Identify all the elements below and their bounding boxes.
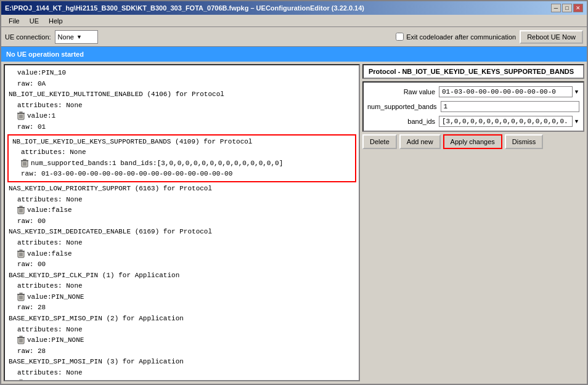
delete-button[interactable]: Delete — [362, 134, 397, 149]
status-message: No UE operation started — [6, 51, 84, 58]
list-item: NB_IOT_UE_KEYID_UE_KEYS_SUPPORTED_BANDS … — [10, 137, 354, 148]
list-item: NB_IOT_UE_KEYID_MULTITONE_ENABLED (4106)… — [6, 89, 357, 100]
trash-icon — [17, 111, 25, 120]
connection-value: None — [58, 33, 74, 41]
trash-icon — [17, 293, 25, 301]
list-item: raw: 28 — [6, 302, 357, 314]
list-item: attributes: None — [6, 238, 357, 249]
chevron-down-icon: ▼ — [574, 118, 579, 124]
svg-rect-26 — [20, 293, 22, 294]
list-item: raw: 01 — [6, 122, 357, 133]
connection-select[interactable]: None ▼ — [55, 30, 98, 44]
list-item: value:PIN_NONE — [6, 379, 357, 381]
list-item: num_supported_bands:1 band_ids:[3,0,0,0,… — [10, 158, 354, 169]
highlighted-section: NB_IOT_UE_KEYID_UE_KEYS_SUPPORTED_BANDS … — [7, 134, 356, 182]
minimize-button[interactable]: ─ — [551, 4, 561, 12]
menu-ue[interactable]: UE — [25, 16, 44, 26]
close-button[interactable]: ✕ — [573, 4, 583, 12]
list-item: attributes: None — [6, 100, 357, 111]
chevron-down-icon: ▼ — [574, 89, 579, 95]
add-new-button[interactable]: Add new — [399, 134, 441, 149]
trash-icon — [17, 206, 25, 214]
window-title: E:\PROJ_1\44_KT_hg\Hi2115_B300_SDK\KT_B3… — [5, 4, 364, 12]
trash-icon — [21, 159, 28, 168]
list-item: raw: 0A — [6, 79, 357, 90]
exit-codeloader-checkbox[interactable] — [396, 33, 404, 41]
band-ids-row: band_ids ▼ — [367, 116, 579, 127]
num-supported-bands-row: num_supported_bands — [367, 101, 579, 112]
svg-rect-32 — [20, 336, 22, 337]
menu-bar: File UE Help — [1, 15, 587, 27]
band-ids-input[interactable] — [439, 116, 573, 127]
main-window: E:\PROJ_1\44_KT_hg\Hi2115_B300_SDK\KT_B3… — [0, 0, 588, 385]
list-item: attributes: None — [6, 325, 357, 336]
menu-file[interactable]: File — [4, 16, 25, 26]
list-item: raw: 01-03-00-00-00-00-00-00-00-00-00-00… — [10, 169, 354, 180]
list-item: raw: 28 — [6, 346, 357, 357]
tree-list: value:PIN_10 raw: 0A NB_IOT_UE_KEYID_MUL… — [5, 65, 359, 381]
apply-changes-button[interactable]: Apply changes — [443, 134, 502, 149]
list-item: value:PIN_10 — [6, 68, 357, 79]
title-bar-buttons: ─ □ ✕ — [551, 4, 583, 12]
exit-codeloader-label: Exit codeloader after communication — [396, 33, 516, 41]
reboot-ue-button[interactable]: Reboot UE Now — [520, 30, 583, 44]
maximize-button[interactable]: □ — [562, 4, 572, 12]
list-item: BASE_KEYID_SPI_MOSI_PIN (3) for Applicat… — [6, 357, 357, 368]
trash-icon — [17, 379, 25, 381]
toolbar: UE connection: None ▼ Exit codeloader af… — [1, 27, 587, 47]
raw-value-label: Raw value — [367, 88, 435, 95]
menu-help[interactable]: Help — [44, 16, 68, 26]
right-panel-title: Protocol - NB_IOT_UE_KEYID_UE_KEYS_SUPPO… — [369, 68, 574, 75]
svg-rect-14 — [20, 206, 22, 207]
left-panel[interactable]: value:PIN_10 raw: 0A NB_IOT_UE_KEYID_MUL… — [4, 64, 360, 381]
raw-value-input[interactable] — [439, 86, 573, 97]
right-panel: Protocol - NB_IOT_UE_KEYID_UE_KEYS_SUPPO… — [362, 64, 584, 381]
list-item: attributes: None — [6, 281, 357, 292]
dismiss-button[interactable]: Dismiss — [505, 134, 544, 149]
list-item: BASE_KEYID_SPI_MISO_PIN (2) for Applicat… — [6, 314, 357, 325]
trash-icon — [17, 336, 25, 344]
svg-rect-20 — [20, 249, 22, 251]
right-panel-header: Protocol - NB_IOT_UE_KEYID_UE_KEYS_SUPPO… — [362, 64, 584, 79]
trash-icon — [17, 249, 25, 258]
list-item: value:PIN_NONE — [6, 335, 357, 346]
list-item: attributes: None — [6, 368, 357, 379]
list-item: raw: 00 — [6, 216, 357, 227]
svg-rect-37 — [17, 381, 25, 381]
status-bar: No UE operation started — [1, 47, 587, 62]
title-bar: E:\PROJ_1\44_KT_hg\Hi2115_B300_SDK\KT_B3… — [1, 1, 587, 15]
list-item: value:false — [6, 249, 357, 260]
list-item: value:1 — [6, 111, 357, 122]
connection-label: UE connection: — [5, 33, 51, 41]
svg-rect-8 — [23, 159, 26, 160]
chevron-down-icon: ▼ — [76, 34, 82, 40]
right-panel-fields: Raw value ▼ num_supported_bands band_ids… — [362, 81, 584, 132]
svg-rect-38 — [20, 379, 22, 381]
list-item: NAS_KEYID_LOW_PRIORITY_SUPPORT (6163) fo… — [6, 184, 357, 195]
num-supported-bands-input[interactable] — [441, 101, 579, 112]
main-content: value:PIN_10 raw: 0A NB_IOT_UE_KEYID_MUL… — [1, 62, 587, 384]
list-item: value:false — [6, 205, 357, 216]
list-item: value:PIN_NONE — [6, 292, 357, 303]
list-item: raw: 00 — [6, 259, 357, 270]
band-ids-label: band_ids — [367, 118, 435, 125]
list-item: BASE_KEYID_SPI_CLK_PIN (1) for Applicati… — [6, 270, 357, 282]
list-item: attributes: None — [6, 195, 357, 206]
svg-rect-2 — [20, 111, 22, 113]
num-supported-bands-label: num_supported_bands — [367, 103, 437, 110]
right-panel-buttons: Delete Add new Apply changes Dismiss — [362, 134, 584, 149]
raw-value-row: Raw value ▼ — [367, 86, 579, 97]
list-item: NAS_KEYID_SIM_DEDICATED_ENABLE (6169) fo… — [6, 227, 357, 238]
list-item: attributes: None — [10, 147, 354, 158]
